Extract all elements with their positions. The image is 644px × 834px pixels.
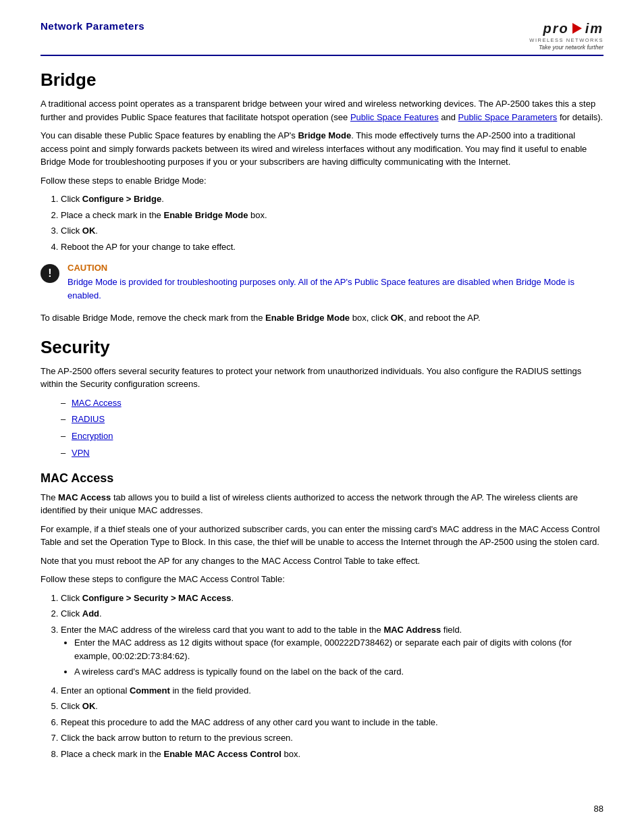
svg-marker-0: [572, 23, 582, 34]
security-link-mac: MAC Access: [61, 396, 603, 411]
public-space-features-link[interactable]: Public Space Features: [350, 112, 439, 122]
bridge-step-2: Place a check mark in the Enable Bridge …: [61, 209, 603, 222]
bridge-para1-and: and: [439, 112, 458, 122]
page-header: Network Parameters pro im WIRELESS NETWO…: [41, 20, 603, 56]
bridge-steps-list: Click Configure > Bridge. Place a check …: [61, 192, 603, 253]
logo-pro: pro: [543, 21, 568, 36]
bridge-mode-bold: Bridge Mode: [298, 130, 351, 140]
proxim-logo: pro im WIRELESS NETWORKS Take your netwo…: [529, 20, 603, 51]
mac-step4-bold: Comment: [130, 685, 170, 696]
security-link-vpn: VPN: [61, 446, 603, 461]
radius-link[interactable]: RADIUS: [72, 414, 105, 424]
logo-wireless: WIRELESS NETWORKS: [529, 37, 603, 43]
bridge-disable-bold1: Enable Bridge Mode: [265, 313, 350, 323]
security-section: Security The AP-2500 offers several secu…: [41, 337, 603, 461]
bridge-disable-para: To disable Bridge Mode, remove the check…: [41, 311, 603, 325]
caution-title: CAUTION: [68, 263, 603, 273]
bridge-section: Bridge A traditional access point operat…: [41, 70, 603, 325]
mac-step-2: Click Add.: [61, 607, 603, 621]
security-links-list: MAC Access RADIUS Encryption VPN: [61, 396, 603, 461]
mac-access-para3: Note that you must reboot the AP for any…: [41, 554, 603, 568]
bridge-step1-bold: Configure > Bridge: [82, 194, 161, 204]
bridge-step-4: Reboot the AP for your change to take ef…: [61, 240, 603, 254]
mac-step-7: Click the back arrow button to return to…: [61, 731, 603, 745]
logo-im: im: [585, 21, 603, 36]
bridge-step3-bold: OK: [82, 226, 96, 236]
mac-step1-bold: Configure > Security > MAC Access: [82, 593, 232, 603]
bridge-disable-bold2: OK: [391, 313, 404, 323]
logo-wordmark: pro im: [543, 20, 603, 36]
bridge-para1-end: for details).: [557, 112, 603, 122]
bridge-step-3: Click OK.: [61, 224, 603, 238]
mac-step-8: Place a check mark in the Enable MAC Acc…: [61, 748, 603, 761]
mac-access-para2: For example, if a thief steals one of yo…: [41, 523, 603, 549]
bridge-para2: You can disable these Public Space featu…: [41, 129, 603, 169]
caution-text: Bridge Mode is provided for troubleshoot…: [68, 276, 603, 302]
mac-access-steps-list: Click Configure > Security > MAC Access.…: [61, 592, 603, 761]
mac-access-steps-intro: Follow these steps to configure the MAC …: [41, 573, 603, 586]
security-link-encryption: Encryption: [61, 429, 603, 444]
bridge-step2-bold: Enable Bridge Mode: [163, 210, 248, 220]
mac-step3-bold: MAC Address: [383, 625, 441, 635]
bridge-para1: A traditional access point operates as a…: [41, 97, 603, 124]
mac-step-1: Click Configure > Security > MAC Access.: [61, 592, 603, 605]
mac-access-bold: MAC Access: [58, 492, 111, 502]
mac-step2-bold: Add: [82, 608, 99, 619]
caution-exclamation: !: [48, 267, 51, 280]
logo-tagline: Take your network further: [539, 44, 603, 51]
security-para1: The AP-2500 offers several security feat…: [41, 365, 603, 391]
caution-icon: !: [41, 264, 59, 283]
mac-step-5: Click OK.: [61, 700, 603, 713]
security-heading: Security: [41, 337, 603, 358]
public-space-params-link[interactable]: Public Space Parameters: [458, 112, 558, 122]
mac-step3-substeps: Enter the MAC address as 12 digits witho…: [74, 636, 603, 679]
mac-access-para1: The MAC Access tab allows you to build a…: [41, 491, 603, 517]
encryption-link[interactable]: Encryption: [72, 431, 113, 441]
page-title: Network Parameters: [41, 20, 144, 32]
mac-access-heading: MAC Access: [41, 471, 603, 486]
logo-arrow-icon: [570, 20, 585, 36]
mac-substep-2: A wireless card's MAC address is typical…: [74, 665, 603, 679]
mac-access-link[interactable]: MAC Access: [72, 398, 122, 408]
page-number: 88: [594, 804, 603, 814]
mac-substep-1: Enter the MAC address as 12 digits witho…: [74, 636, 603, 662]
bridge-steps-intro: Follow these steps to enable Bridge Mode…: [41, 174, 603, 188]
caution-content: CAUTION Bridge Mode is provided for trou…: [68, 263, 603, 302]
page: Network Parameters pro im WIRELESS NETWO…: [0, 0, 644, 834]
mac-step5-bold: OK: [82, 701, 96, 711]
mac-step-6: Repeat this procedure to add the MAC add…: [61, 716, 603, 729]
vpn-link[interactable]: VPN: [72, 448, 90, 458]
caution-box: ! CAUTION Bridge Mode is provided for tr…: [41, 263, 603, 302]
bridge-heading: Bridge: [41, 70, 603, 90]
security-link-radius: RADIUS: [61, 413, 603, 427]
bridge-step-1: Click Configure > Bridge.: [61, 192, 603, 206]
mac-access-section: MAC Access The MAC Access tab allows you…: [41, 471, 603, 761]
mac-step-3: Enter the MAC address of the wireless ca…: [61, 623, 603, 679]
mac-step-4: Enter an optional Comment in the field p…: [61, 684, 603, 698]
mac-step8-bold: Enable MAC Access Control: [163, 749, 281, 759]
